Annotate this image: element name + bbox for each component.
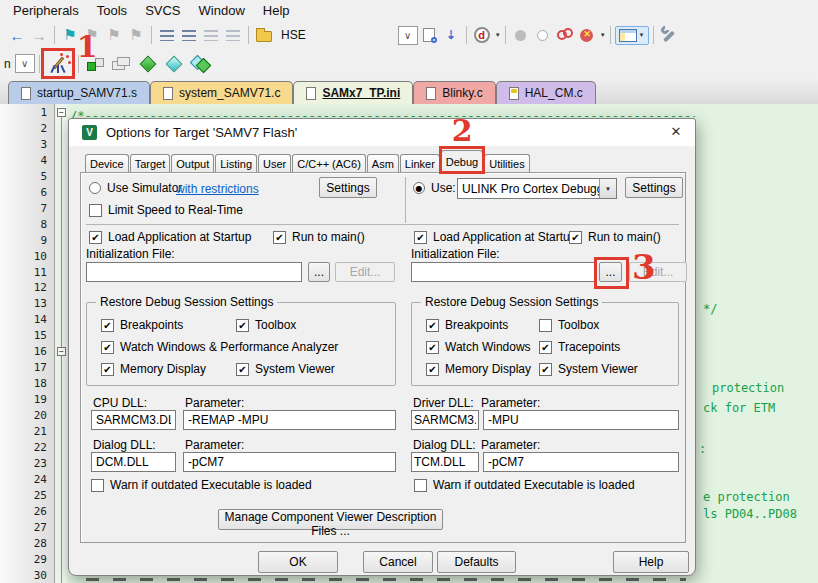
- tab-listing[interactable]: Listing: [215, 154, 257, 173]
- help-button[interactable]: Help: [613, 551, 689, 573]
- ok-button[interactable]: OK: [258, 551, 338, 573]
- dropdown-caret-icon[interactable]: ▼: [495, 32, 501, 38]
- defaults-button[interactable]: Defaults: [437, 551, 516, 573]
- close-icon[interactable]: ✕: [665, 122, 687, 142]
- system-viewer-checkbox-left[interactable]: ✔System Viewer: [236, 362, 335, 376]
- incremental-find-icon[interactable]: ⇣: [441, 25, 461, 45]
- tab-cc-ac6[interactable]: C/C++ (AC6): [292, 154, 366, 173]
- init-file-input-right[interactable]: [411, 262, 595, 282]
- pack-installer-icon[interactable]: [188, 54, 214, 74]
- code-fragment: :: [699, 442, 706, 456]
- menu-item[interactable]: SVCS: [136, 1, 189, 20]
- code-fragment: ls PD04..PD08: [703, 507, 797, 521]
- breakpoints-checkbox-right[interactable]: ✔Breakpoints: [426, 318, 508, 332]
- menu-item[interactable]: Window: [190, 1, 254, 20]
- driver-dll-input[interactable]: [411, 410, 479, 430]
- cpu-param-input[interactable]: [183, 410, 396, 430]
- dialog-param-input-left[interactable]: [183, 452, 396, 472]
- combo-arrow-icon[interactable]: ▼: [599, 179, 616, 198]
- tab-debug[interactable]: Debug2: [441, 150, 483, 172]
- forward-arrow-icon[interactable]: →: [29, 25, 49, 45]
- manage-component-viewer-button[interactable]: Manage Component Viewer Description File…: [218, 509, 443, 530]
- tab-samx7-tp-ini[interactable]: SAMx7_TP.ini: [293, 81, 413, 104]
- warn-outdated-checkbox-left[interactable]: Warn if outdated Executable is loaded: [91, 478, 312, 492]
- tab-device[interactable]: Device: [85, 154, 129, 173]
- tab-output[interactable]: Output: [171, 154, 214, 173]
- open-folder-icon[interactable]: [254, 25, 274, 45]
- cpu-dll-input[interactable]: [91, 410, 176, 430]
- tab-user[interactable]: User: [258, 154, 291, 173]
- run-to-main-checkbox-left[interactable]: ✔ Run to main(): [273, 230, 365, 244]
- comment-icon[interactable]: [201, 25, 221, 45]
- toggle-breakpoint-icon[interactable]: [555, 25, 575, 45]
- manage-project-items-icon[interactable]: [110, 54, 134, 74]
- dialog-dll-input-right[interactable]: [411, 452, 479, 472]
- tab-linker[interactable]: Linker: [400, 154, 440, 173]
- warn-outdated-checkbox-right[interactable]: Warn if outdated Executable is loaded: [414, 478, 635, 492]
- uncomment-icon[interactable]: [223, 25, 243, 45]
- next-bookmark-icon[interactable]: ⚑: [104, 25, 124, 45]
- watch-windows-checkbox-right[interactable]: ✔Watch Windows: [426, 340, 531, 354]
- tab-blinky-c[interactable]: Blinky.c: [413, 81, 495, 104]
- separator: [466, 26, 467, 44]
- prev-bookmark-icon[interactable]: ⚑: [82, 25, 102, 45]
- use-debugger-radio[interactable]: ● Use:: [413, 181, 456, 195]
- load-application-icon[interactable]: [84, 54, 108, 74]
- with-restrictions-link[interactable]: with restrictions: [176, 182, 259, 196]
- tab-utilities[interactable]: Utilities: [484, 154, 529, 173]
- browse-button-left[interactable]: ...: [308, 262, 330, 282]
- debugger-settings-button[interactable]: Settings: [625, 177, 683, 198]
- select-software-packs-icon[interactable]: [162, 54, 186, 74]
- init-file-input-left[interactable]: [86, 262, 302, 282]
- dialog-dll-input-left[interactable]: [91, 452, 176, 472]
- menu-item[interactable]: Help: [254, 1, 299, 20]
- target-combo-dropdown[interactable]: ∨: [15, 54, 35, 73]
- run-to-main-checkbox-right[interactable]: ✔ Run to main(): [569, 230, 661, 244]
- menu-item[interactable]: Tools: [88, 1, 136, 20]
- outdent-icon[interactable]: [179, 25, 199, 45]
- line-number: 5: [0, 169, 47, 185]
- toolbox-checkbox-left[interactable]: ✔Toolbox: [236, 318, 296, 332]
- indent-icon[interactable]: [157, 25, 177, 45]
- fold-marker-line16[interactable]: −: [57, 347, 66, 356]
- tab-system-samv71[interactable]: system_SAMV71.c: [150, 81, 293, 104]
- simulator-settings-button[interactable]: Settings: [319, 177, 377, 198]
- tab-startup-samv71[interactable]: startup_SAMV71.s: [8, 81, 150, 104]
- watch-windows-checkbox-left[interactable]: ✔Watch Windows & Performance Analyzer: [101, 340, 338, 354]
- window-layout-button[interactable]: ▼: [615, 26, 649, 45]
- fold-marker-line1[interactable]: −: [57, 108, 66, 117]
- menu-item[interactable]: Peripherals: [4, 1, 88, 20]
- tracepoints-checkbox-right[interactable]: ✔Tracepoints: [539, 340, 620, 354]
- toggle-bookmark-icon[interactable]: ⚑: [60, 25, 80, 45]
- dropdown-caret-icon[interactable]: ▼: [600, 32, 606, 38]
- load-app-checkbox-left[interactable]: ✔ Load Application at Startup: [89, 230, 251, 244]
- toolbox-checkbox-right[interactable]: Toolbox: [539, 318, 599, 332]
- clear-bookmarks-icon[interactable]: ⚑: [126, 25, 146, 45]
- browse-button-right[interactable]: ... 3: [599, 262, 622, 282]
- kill-breakpoints-icon[interactable]: ✕: [577, 25, 597, 45]
- driver-param-input[interactable]: [483, 410, 679, 430]
- tab-asm[interactable]: Asm: [367, 154, 399, 173]
- breakpoints-checkbox-left[interactable]: ✔Breakpoints: [101, 318, 183, 332]
- search-combo-dropdown[interactable]: ∨: [398, 26, 418, 45]
- memory-display-checkbox-right[interactable]: ✔Memory Display: [426, 362, 531, 376]
- dialog-param-input-right[interactable]: [483, 452, 679, 472]
- dialog-title-bar[interactable]: V Options for Target 'SAMV7 Flash' ✕: [69, 119, 695, 146]
- debugger-select[interactable]: ULINK Pro Cortex Debugger ▼: [457, 178, 617, 199]
- configure-wrench-icon[interactable]: [659, 25, 679, 45]
- cancel-button[interactable]: Cancel: [363, 551, 433, 573]
- limit-speed-checkbox[interactable]: Limit Speed to Real-Time: [89, 203, 243, 217]
- manage-rte-icon[interactable]: [136, 54, 160, 74]
- debug-session-icon[interactable]: d: [472, 25, 492, 45]
- back-arrow-icon[interactable]: ←: [7, 25, 27, 45]
- tab-target[interactable]: Target: [130, 154, 171, 173]
- use-simulator-radio[interactable]: Use Simulator: [89, 181, 182, 195]
- line-number: 9: [0, 233, 47, 249]
- memory-display-checkbox-left[interactable]: ✔Memory Display: [101, 362, 206, 376]
- tab-hal-cm-c[interactable]: HAL_CM.c: [496, 81, 596, 104]
- options-for-target-button[interactable]: 1: [44, 51, 74, 77]
- system-viewer-checkbox-right[interactable]: ✔System Viewer: [539, 362, 638, 376]
- load-app-checkbox-right[interactable]: ✔ Load Application at Startup: [414, 230, 576, 244]
- find-in-files-icon[interactable]: [419, 25, 439, 45]
- line-number: 23: [0, 456, 47, 472]
